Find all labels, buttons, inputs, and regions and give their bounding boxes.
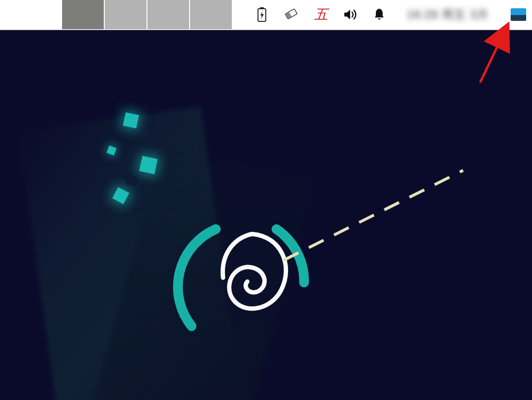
notifications-icon[interactable] [373, 8, 385, 21]
system-tray: 五 16:28 周五 3月 [256, 0, 532, 29]
panel-clock[interactable]: 16:28 周五 3月 [401, 7, 495, 22]
workspace-3[interactable] [147, 0, 189, 29]
clock-text: 16:28 周五 3月 [401, 7, 495, 22]
ime-label: 五 [314, 5, 328, 24]
workspace-switcher [62, 0, 233, 29]
ime-indicator[interactable]: 五 [314, 5, 328, 24]
show-desktop-button[interactable] [511, 8, 526, 21]
top-panel: 五 16:28 周五 3月 [0, 0, 532, 30]
workspace-1[interactable] [62, 0, 104, 29]
debian-swirl-icon [209, 229, 291, 333]
battery-icon[interactable] [256, 7, 268, 22]
workspace-2[interactable] [105, 0, 146, 29]
show-desktop-icon [511, 8, 526, 21]
desktop-wallpaper[interactable] [0, 30, 532, 400]
volume-icon[interactable] [343, 8, 358, 21]
eraser-icon[interactable] [283, 7, 299, 22]
workspace-4[interactable] [190, 0, 232, 29]
